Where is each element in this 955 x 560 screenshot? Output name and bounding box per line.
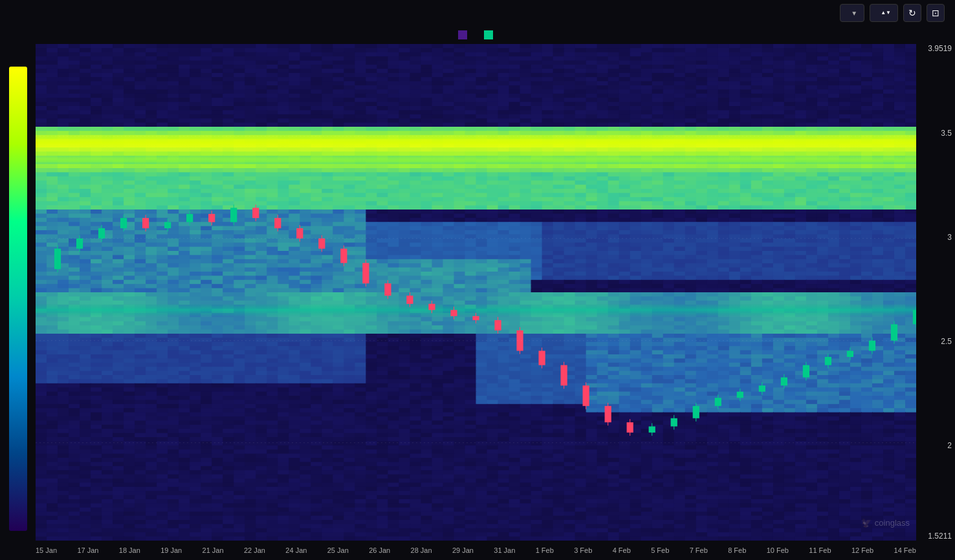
controls: ▼ ▲▼ ↻ ⊡ xyxy=(840,4,945,22)
coinglass-text: coinglass xyxy=(875,518,910,528)
camera-button[interactable]: ⊡ xyxy=(927,4,945,22)
x-label: 18 Jan xyxy=(119,546,140,554)
legend-item-supercharts xyxy=(484,30,497,39)
x-label: 4 Feb xyxy=(613,546,631,554)
scale-gradient xyxy=(9,67,27,531)
refresh-icon: ↻ xyxy=(908,8,916,18)
y-label-35: 3.5 xyxy=(941,129,952,138)
refresh-button[interactable]: ↻ xyxy=(903,4,921,22)
x-label: 25 Jan xyxy=(327,546,349,554)
x-label: 12 Feb xyxy=(851,546,873,554)
x-label: 19 Jan xyxy=(160,546,182,554)
coinglass-logo: 🦅 coinglass xyxy=(861,518,910,528)
y-label-bottom: 1.5211 xyxy=(928,532,952,541)
header: ▼ ▲▼ ↻ ⊡ xyxy=(0,0,955,26)
y-label-3: 3 xyxy=(947,233,952,242)
x-label: 3 Feb xyxy=(574,546,592,554)
x-label: 28 Jan xyxy=(411,546,432,554)
x-label: 5 Feb xyxy=(651,546,669,554)
x-label: 14 Feb xyxy=(894,546,916,554)
legend-color-supercharts xyxy=(484,30,493,39)
color-scale xyxy=(0,44,36,541)
time-selector[interactable]: ▲▼ xyxy=(870,4,898,22)
x-label: 1 Feb xyxy=(536,546,554,554)
up-down-icon: ▲▼ xyxy=(881,10,891,16)
legend xyxy=(0,26,955,44)
camera-icon: ⊡ xyxy=(932,8,939,18)
chart-container: 🦅 coinglass 3.9519 3.5 3 2.5 2 1.5211 xyxy=(0,44,955,541)
x-label: 31 Jan xyxy=(494,546,515,554)
x-label: 29 Jan xyxy=(452,546,474,554)
legend-item-leverage xyxy=(458,30,471,39)
x-label: 11 Feb xyxy=(809,546,831,554)
y-label-2: 2 xyxy=(947,441,952,450)
x-label: 21 Jan xyxy=(203,546,224,554)
y-axis: 3.9519 3.5 3 2.5 2 1.5211 xyxy=(916,44,955,541)
x-label: 24 Jan xyxy=(285,546,307,554)
x-labels: 15 Jan17 Jan18 Jan19 Jan21 Jan22 Jan24 J… xyxy=(36,546,916,554)
x-label: 22 Jan xyxy=(244,546,265,554)
x-label: 26 Jan xyxy=(369,546,390,554)
legend-color-leverage xyxy=(458,30,467,39)
x-axis: 15 Jan17 Jan18 Jan19 Jan21 Jan22 Jan24 J… xyxy=(0,541,955,560)
x-label: 15 Jan xyxy=(36,546,57,554)
x-label: 17 Jan xyxy=(77,546,98,554)
x-label: 10 Feb xyxy=(767,546,789,554)
x-label: 8 Feb xyxy=(728,546,746,554)
x-label: 7 Feb xyxy=(690,546,708,554)
y-label-25: 2.5 xyxy=(941,337,952,346)
coinglass-icon: 🦅 xyxy=(861,518,872,528)
y-label-top: 3.9519 xyxy=(928,44,952,53)
chevron-down-icon: ▼ xyxy=(851,10,857,17)
chart-area: 🦅 coinglass xyxy=(36,44,916,541)
symbol-dropdown[interactable]: ▼ xyxy=(840,4,864,22)
heatmap-canvas xyxy=(36,44,916,541)
